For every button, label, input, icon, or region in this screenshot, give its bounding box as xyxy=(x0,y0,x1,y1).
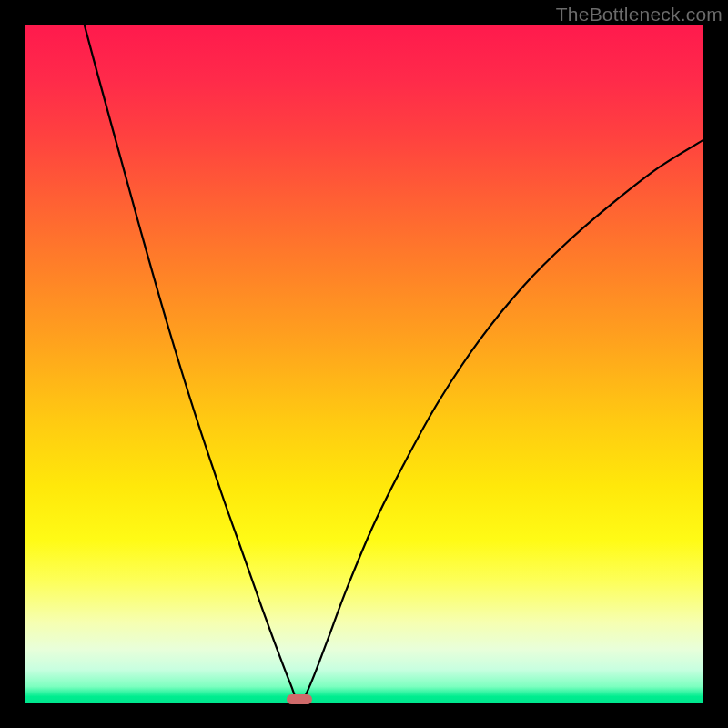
chart-frame: TheBottleneck.com xyxy=(0,0,728,728)
watermark-text: TheBottleneck.com xyxy=(556,4,723,25)
bottleneck-curve xyxy=(25,25,703,703)
curve-layer xyxy=(25,25,703,703)
plot-area xyxy=(25,25,703,703)
optimum-marker xyxy=(287,694,312,704)
